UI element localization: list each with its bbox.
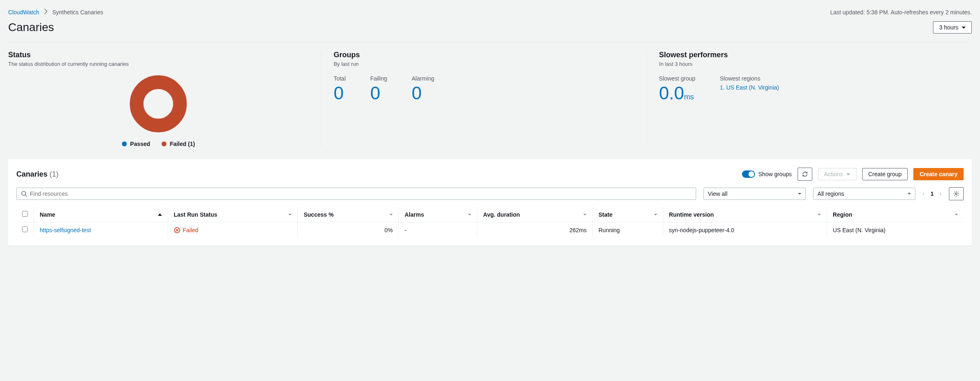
slowest-group-label: Slowest group — [659, 75, 695, 82]
col-last-run[interactable]: Last Run Status — [168, 207, 298, 222]
chevron-right-icon — [43, 8, 49, 16]
metric-alarming-label: Alarming — [412, 75, 434, 82]
refresh-icon — [802, 171, 808, 177]
svg-point-3 — [955, 193, 957, 195]
status-donut-chart — [130, 75, 187, 132]
metric-total-label: Total — [334, 75, 346, 82]
col-runtime[interactable]: Runtime version — [663, 207, 827, 222]
panel-title-text: Canaries — [16, 170, 47, 178]
sort-asc-icon — [158, 213, 162, 216]
sort-icon — [955, 214, 958, 215]
metric-alarming-value[interactable]: 0 — [412, 84, 434, 102]
performers-panel: Slowest performers In last 3 hours Slowe… — [646, 51, 972, 147]
sort-icon — [288, 214, 292, 215]
cell-alarms: - — [399, 222, 477, 238]
legend-passed[interactable]: Passed — [122, 141, 150, 147]
status-subtitle: The status distribution of currently run… — [8, 61, 309, 67]
page-next[interactable]: › — [940, 190, 942, 197]
sort-icon — [654, 214, 657, 215]
create-canary-button[interactable]: Create canary — [913, 168, 964, 180]
show-groups-label: Show groups — [758, 171, 792, 177]
groups-title: Groups — [334, 51, 634, 59]
time-range-label: 3 hours — [939, 24, 958, 31]
region-filter-label: All regions — [818, 190, 844, 197]
cell-duration: 262ms — [477, 222, 593, 238]
col-success[interactable]: Success % — [298, 207, 399, 222]
canaries-panel: Canaries (1) Show groups Actions Create … — [8, 159, 972, 246]
caret-down-icon — [798, 193, 801, 195]
page-prev[interactable]: ‹ — [923, 190, 925, 197]
groups-subtitle: By last run — [334, 61, 634, 67]
canary-name-link[interactable]: https-selfsigned-test — [40, 227, 91, 233]
panel-count: (1) — [49, 170, 58, 178]
page-title: Canaries — [8, 21, 54, 34]
view-filter-label: View all — [708, 190, 728, 197]
actions-button[interactable]: Actions — [818, 168, 856, 180]
performers-title: Slowest performers — [659, 51, 960, 59]
page-number: 1 — [931, 190, 934, 197]
view-filter-select[interactable]: View all — [704, 188, 806, 200]
breadcrumb-root[interactable]: CloudWatch — [8, 9, 39, 16]
cell-region: US East (N. Virginia) — [827, 222, 964, 238]
sort-icon — [818, 214, 821, 215]
legend-failed[interactable]: Failed (1) — [162, 141, 195, 147]
performers-subtitle: In last 3 hours — [659, 61, 960, 67]
slowest-regions-label: Slowest regions — [720, 75, 779, 82]
error-icon — [174, 227, 180, 233]
slowest-group-unit: ms — [684, 93, 694, 101]
time-range-selector[interactable]: 3 hours — [933, 21, 972, 34]
col-region[interactable]: Region — [827, 207, 964, 222]
cell-runtime: syn-nodejs-puppeteer-4.0 — [663, 222, 827, 238]
create-group-button[interactable]: Create group — [862, 168, 908, 180]
caret-down-icon — [962, 27, 966, 29]
select-all-checkbox[interactable] — [22, 211, 28, 217]
status-panel: Status The status distribution of curren… — [8, 51, 321, 147]
search-input[interactable] — [30, 190, 692, 197]
cell-state: Running — [593, 222, 663, 238]
breadcrumb-current: Synthetics Canaries — [52, 9, 103, 16]
col-alarms[interactable]: Alarms — [399, 207, 477, 222]
breadcrumb: CloudWatch Synthetics Canaries — [8, 8, 103, 16]
metric-total-value[interactable]: 0 — [334, 84, 346, 102]
row-checkbox[interactable] — [22, 226, 28, 232]
slowest-region-link[interactable]: 1. US East (N. Virginia) — [720, 84, 779, 91]
legend-dot-passed-icon — [122, 141, 127, 146]
metric-failing-value[interactable]: 0 — [370, 84, 387, 102]
show-groups-toggle[interactable] — [742, 170, 755, 178]
legend-passed-label: Passed — [130, 141, 150, 147]
region-filter-select[interactable]: All regions — [813, 188, 915, 200]
metric-failing-label: Failing — [370, 75, 387, 82]
caret-down-icon — [846, 173, 850, 175]
caret-down-icon — [908, 193, 911, 195]
svg-point-1 — [22, 191, 26, 195]
svg-point-0 — [137, 82, 180, 126]
sort-icon — [389, 214, 393, 215]
canaries-table: Name Last Run Status Success % Alarms Av… — [16, 207, 964, 238]
slowest-group-value: 0.0 — [659, 83, 684, 103]
sort-icon — [583, 214, 587, 215]
search-box[interactable] — [16, 188, 696, 200]
search-icon — [21, 190, 27, 197]
status-badge: Failed — [174, 227, 292, 233]
actions-label: Actions — [824, 171, 843, 177]
settings-button[interactable] — [949, 187, 964, 200]
refresh-button[interactable] — [798, 168, 812, 181]
legend-dot-failed-icon — [162, 141, 166, 146]
sort-icon — [468, 214, 471, 215]
status-title: Status — [8, 51, 309, 59]
groups-panel: Groups By last run Total 0 Failing 0 Ala… — [321, 51, 647, 147]
legend-failed-label: Failed (1) — [170, 141, 195, 147]
col-duration[interactable]: Avg. duration — [477, 207, 593, 222]
cell-success: 0% — [298, 222, 399, 238]
gear-icon — [953, 190, 960, 197]
col-state[interactable]: State — [593, 207, 663, 222]
last-updated-text: Last updated: 5:38 PM. Auto-refreshes ev… — [830, 9, 972, 16]
svg-line-2 — [25, 195, 27, 197]
table-row: https-selfsigned-test Failed 0% - 262ms … — [16, 222, 964, 238]
col-name[interactable]: Name — [34, 207, 168, 222]
